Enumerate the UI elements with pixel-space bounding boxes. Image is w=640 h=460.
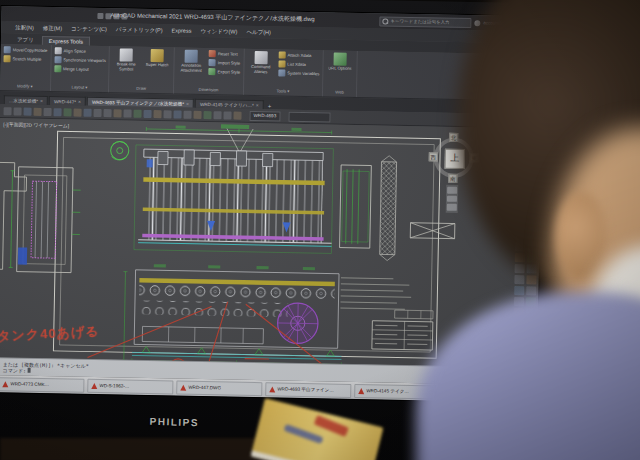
ribbon-panel-dimension: Annotation Attachment Reset Text Import … xyxy=(174,47,244,94)
panel-title[interactable]: Modify ▾ xyxy=(3,82,47,91)
ribbon-tool[interactable]: Move/Copy/Rotate xyxy=(4,46,48,54)
paper-red-print xyxy=(314,415,349,437)
viewcube-face-south[interactable]: 南 xyxy=(448,174,457,183)
taskbar-button[interactable]: WRD-4773 CMK… xyxy=(0,377,84,393)
ribbon-panel-draw: Break-line Symbol Super Hatch Draw xyxy=(109,46,175,93)
style-dropdown[interactable] xyxy=(288,111,330,122)
url-options-icon xyxy=(334,52,347,65)
autocad-file-icon xyxy=(269,386,275,392)
menu-item[interactable]: 注釈(N) xyxy=(15,24,34,31)
autocad-file-icon xyxy=(91,382,97,388)
docked-toolbars[interactable] xyxy=(513,176,539,367)
panel-title[interactable]: Web xyxy=(326,88,353,97)
system-variables-icon xyxy=(278,69,285,76)
list-xdata-icon xyxy=(278,60,285,67)
menu-item[interactable]: コンテンツ(C) xyxy=(71,25,107,33)
taskbar-button[interactable]: WRD-447.DWG xyxy=(176,380,262,396)
viewcube-top-face[interactable]: 上 xyxy=(445,149,465,169)
align-space-icon xyxy=(54,47,61,54)
menu-item[interactable]: Express xyxy=(172,27,192,33)
account-button[interactable]: account04PC xyxy=(483,20,510,26)
close-icon[interactable]: × xyxy=(186,101,189,107)
stretch-multiple-icon xyxy=(4,55,11,62)
ribbon-tool[interactable]: System Variables xyxy=(278,69,319,77)
layer-dropdown[interactable]: WRD-4693 xyxy=(249,110,280,121)
paper-blue-print xyxy=(284,424,324,444)
text-caret xyxy=(28,368,31,373)
break-line-symbol-icon xyxy=(120,48,133,61)
ribbon-tool[interactable]: Export Style xyxy=(209,68,241,76)
viewcube[interactable]: 北 南 西 東 上 xyxy=(430,134,477,181)
monitor: AutoCAD Mechanical 2021 WRD-4693 平山ファインテ… xyxy=(0,0,594,460)
ribbon-tool[interactable]: Annotation Attachment xyxy=(178,50,205,74)
close-icon[interactable]: × xyxy=(40,98,43,104)
ribbon-panel-layout: Align Space Synchronize Viewports Merge … xyxy=(51,45,110,92)
taskbar-button[interactable]: WD-S-1962-… xyxy=(87,378,173,394)
command-prompt: コマンド: xyxy=(3,367,27,373)
navigation-bar[interactable] xyxy=(446,185,459,213)
close-icon[interactable]: × xyxy=(78,99,81,105)
export-style-icon xyxy=(209,68,216,75)
ribbon-tool[interactable]: List Xdata xyxy=(278,60,319,68)
account-icon xyxy=(474,20,480,26)
synchronize-viewports-icon xyxy=(54,56,61,63)
ribbon-tool[interactable]: Align Space xyxy=(54,47,106,55)
move-copy-rotate-icon xyxy=(4,46,11,53)
viewcube-face-west[interactable]: 西 xyxy=(429,152,438,161)
taskbar-button[interactable]: WRD-4693 平山ファイン… xyxy=(265,382,351,398)
autocad-file-icon xyxy=(180,384,186,390)
menu-item[interactable]: 修正(M) xyxy=(43,24,62,31)
panel-title[interactable]: Tools ▾ xyxy=(247,87,319,96)
ribbon-tool[interactable]: Synchronize Viewports xyxy=(54,56,106,64)
monitor-brand-logo: PHILIPS xyxy=(149,416,199,428)
viewcube-face-north[interactable]: 北 xyxy=(449,133,458,142)
attach-xdata-icon xyxy=(278,51,285,58)
reset-text-icon xyxy=(209,50,216,57)
photo-scene: AutoCAD Mechanical 2021 WRD-4693 平山ファインテ… xyxy=(0,0,640,460)
close-icon[interactable]: × xyxy=(256,102,259,108)
autocad-file-icon xyxy=(2,381,8,387)
panel-title[interactable]: Layout ▾ xyxy=(54,83,106,92)
taskbar-button[interactable]: WRD-4145 テイク… xyxy=(354,383,440,399)
super-hatch-icon xyxy=(151,49,164,62)
ribbon-tool[interactable]: Command Aliases xyxy=(247,51,274,75)
merge-layout-icon xyxy=(54,65,61,72)
ribbon-tool[interactable]: URL Options xyxy=(326,52,353,71)
ribbon-tool[interactable]: Reset Text xyxy=(209,50,241,58)
autocad-file-icon xyxy=(358,388,364,394)
ribbon-panel-modify: Move/Copy/Rotate Stretch Multiple Modify… xyxy=(0,44,52,91)
ribbon-panel-tools: Command Aliases Attach Xdata List Xdata … xyxy=(244,49,324,97)
ribbon-tool[interactable]: Merge Layout xyxy=(54,65,106,73)
viewcube-face-east[interactable]: 東 xyxy=(470,153,479,162)
ribbon-tool[interactable]: Stretch Multiple xyxy=(4,55,48,63)
panel-title[interactable]: Dimension xyxy=(177,86,240,95)
toolbar-icons[interactable] xyxy=(4,107,242,120)
ribbon-tool[interactable]: Import Style xyxy=(209,59,241,67)
system-tray[interactable] xyxy=(507,390,532,397)
ribbon-panel-web: URL Options Web xyxy=(323,50,358,97)
panel-title[interactable]: Draw xyxy=(112,84,170,93)
ribbon-tool[interactable]: Break-line Symbol xyxy=(113,48,140,72)
ribbon-tool[interactable]: Super Hatch xyxy=(144,49,171,68)
menu-item[interactable]: ウィンドウ(W) xyxy=(200,27,237,35)
autodesk-app-icon[interactable] xyxy=(513,20,519,26)
autocad-window: AutoCAD Mechanical 2021 WRD-4693 平山ファインテ… xyxy=(0,6,543,402)
viewport-controls[interactable]: [-][平面図][2D ワイヤフレーム] xyxy=(3,121,69,128)
import-style-icon xyxy=(209,59,216,66)
drawing-canvas[interactable]: [-][平面図][2D ワイヤフレーム] 北 南 西 東 上 タンク40あげる xyxy=(0,118,541,367)
share-icon[interactable] xyxy=(522,21,528,27)
ribbon-tool[interactable]: Attach Xdata xyxy=(278,51,319,59)
menu-item[interactable]: パラメトリック(P) xyxy=(116,26,163,34)
help-icon[interactable] xyxy=(531,21,537,27)
command-aliases-icon xyxy=(254,51,267,64)
search-icon xyxy=(382,18,388,24)
annotation-attachment-icon xyxy=(185,50,198,63)
menu-item[interactable]: ヘルプ(H) xyxy=(246,28,271,35)
